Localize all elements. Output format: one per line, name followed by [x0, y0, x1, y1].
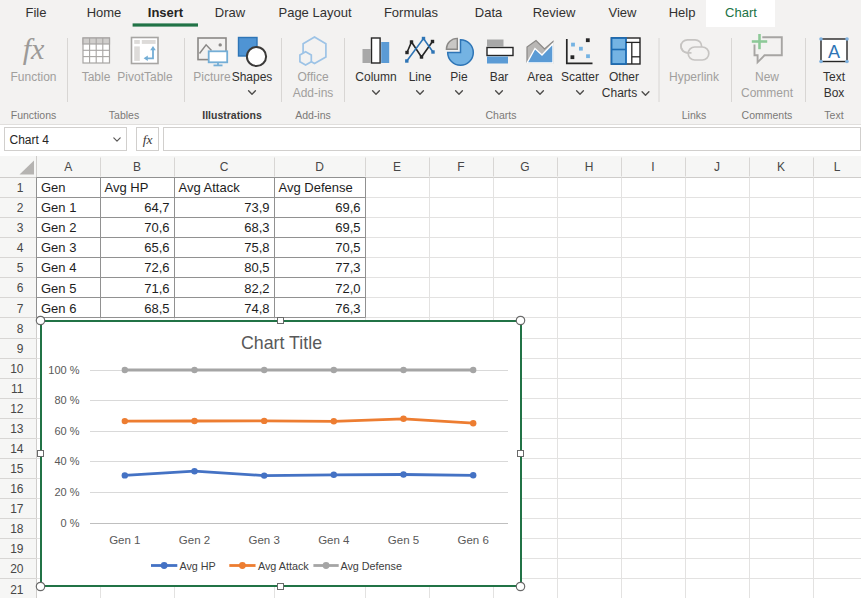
svg-text:Avg HP: Avg HP: [105, 180, 149, 195]
svg-text:0 %: 0 %: [61, 517, 80, 529]
svg-text:PivotTable: PivotTable: [117, 70, 173, 84]
svg-text:68,5: 68,5: [144, 301, 169, 316]
svg-text:Draw: Draw: [215, 5, 246, 20]
svg-text:B: B: [133, 160, 141, 174]
svg-text:17: 17: [10, 502, 24, 516]
svg-text:New: New: [755, 70, 779, 84]
svg-text:D: D: [315, 160, 324, 174]
svg-text:20 %: 20 %: [54, 486, 79, 498]
svg-text:65,6: 65,6: [144, 240, 169, 255]
svg-text:Other: Other: [609, 70, 639, 84]
svg-text:Comment: Comment: [741, 86, 794, 100]
svg-text:73,9: 73,9: [244, 200, 269, 215]
svg-text:fx: fx: [143, 132, 153, 147]
svg-text:Insert: Insert: [148, 5, 184, 20]
svg-text:Gen 3: Gen 3: [41, 240, 76, 255]
svg-text:H: H: [585, 160, 594, 174]
svg-text:40 %: 40 %: [54, 455, 79, 467]
svg-text:71,6: 71,6: [144, 281, 169, 296]
svg-text:G: G: [520, 160, 529, 174]
svg-text:I: I: [651, 160, 654, 174]
svg-text:Bar: Bar: [490, 70, 509, 84]
svg-text:Scatter: Scatter: [561, 70, 599, 84]
svg-text:Pie: Pie: [450, 70, 468, 84]
svg-text:Data: Data: [475, 5, 503, 20]
svg-text:69,5: 69,5: [335, 220, 360, 235]
svg-text:Formulas: Formulas: [384, 5, 439, 20]
svg-text:Avg Attack: Avg Attack: [258, 560, 309, 572]
svg-text:Gen 6: Gen 6: [41, 301, 76, 316]
svg-text:Add-ins: Add-ins: [295, 109, 331, 121]
svg-text:10: 10: [10, 362, 24, 376]
svg-text:Box: Box: [824, 86, 845, 100]
svg-text:Avg HP: Avg HP: [179, 560, 215, 572]
svg-text:Chart 4: Chart 4: [10, 133, 50, 147]
svg-text:Text: Text: [823, 70, 846, 84]
svg-text:Chart: Chart: [725, 5, 757, 20]
svg-text:5: 5: [17, 261, 24, 275]
svg-text:9: 9: [17, 342, 24, 356]
svg-text:Hyperlink: Hyperlink: [669, 70, 720, 84]
svg-text:100 %: 100 %: [48, 364, 79, 376]
svg-text:Charts: Charts: [602, 86, 637, 100]
svg-text:Gen 1: Gen 1: [41, 200, 76, 215]
svg-text:Add-ins: Add-ins: [293, 86, 334, 100]
svg-text:4: 4: [17, 241, 24, 255]
svg-text:Illustrations: Illustrations: [202, 109, 262, 121]
svg-text:Area: Area: [527, 70, 553, 84]
svg-text:19: 19: [10, 542, 24, 556]
svg-text:15: 15: [10, 462, 24, 476]
svg-text:J: J: [714, 160, 720, 174]
svg-text:72,0: 72,0: [335, 281, 360, 296]
svg-text:Page Layout: Page Layout: [278, 5, 351, 20]
svg-text:6: 6: [17, 281, 24, 295]
svg-text:75,8: 75,8: [244, 240, 269, 255]
svg-text:60 %: 60 %: [54, 425, 79, 437]
svg-text:13: 13: [10, 422, 24, 436]
svg-text:1: 1: [17, 181, 24, 195]
svg-text:80,5: 80,5: [244, 260, 269, 275]
svg-text:Tables: Tables: [109, 109, 139, 121]
svg-text:8: 8: [17, 322, 24, 336]
svg-text:7: 7: [17, 302, 24, 316]
svg-text:76,3: 76,3: [335, 301, 360, 316]
svg-text:Comments: Comments: [742, 109, 793, 121]
svg-text:Office: Office: [297, 70, 328, 84]
svg-text:Function: Function: [10, 70, 56, 84]
svg-text:Charts: Charts: [486, 109, 517, 121]
svg-text:F: F: [457, 160, 464, 174]
svg-text:16: 16: [10, 482, 24, 496]
svg-text:70,5: 70,5: [335, 240, 360, 255]
svg-text:E: E: [393, 160, 401, 174]
svg-text:12: 12: [10, 402, 24, 416]
svg-text:Text: Text: [824, 109, 843, 121]
svg-text:64,7: 64,7: [144, 200, 169, 215]
svg-text:Avg Defense: Avg Defense: [340, 560, 402, 572]
svg-text:74,8: 74,8: [244, 301, 269, 316]
svg-text:A: A: [64, 160, 72, 174]
svg-text:69,6: 69,6: [335, 200, 360, 215]
svg-text:Functions: Functions: [11, 109, 57, 121]
svg-text:20: 20: [10, 562, 24, 576]
svg-text:Home: Home: [87, 5, 122, 20]
svg-text:80 %: 80 %: [54, 394, 79, 406]
svg-text:K: K: [777, 160, 785, 174]
svg-text:Gen: Gen: [41, 180, 66, 195]
svg-text:L: L: [834, 160, 841, 174]
svg-text:11: 11: [11, 382, 24, 396]
svg-text:Gen 4: Gen 4: [41, 260, 76, 275]
svg-text:Help: Help: [669, 5, 696, 20]
svg-text:14: 14: [10, 442, 24, 456]
svg-text:Gen 3: Gen 3: [249, 534, 280, 546]
svg-text:fx: fx: [23, 32, 45, 65]
svg-text:Picture: Picture: [193, 70, 231, 84]
svg-text:Gen 2: Gen 2: [41, 220, 76, 235]
svg-text:A: A: [828, 42, 840, 62]
svg-text:File: File: [26, 5, 47, 20]
svg-text:Gen 2: Gen 2: [179, 534, 210, 546]
svg-text:Line: Line: [409, 70, 432, 84]
svg-text:Gen 6: Gen 6: [458, 534, 489, 546]
svg-text:Links: Links: [682, 109, 707, 121]
svg-text:Table: Table: [82, 70, 111, 84]
svg-text:21: 21: [10, 583, 24, 597]
